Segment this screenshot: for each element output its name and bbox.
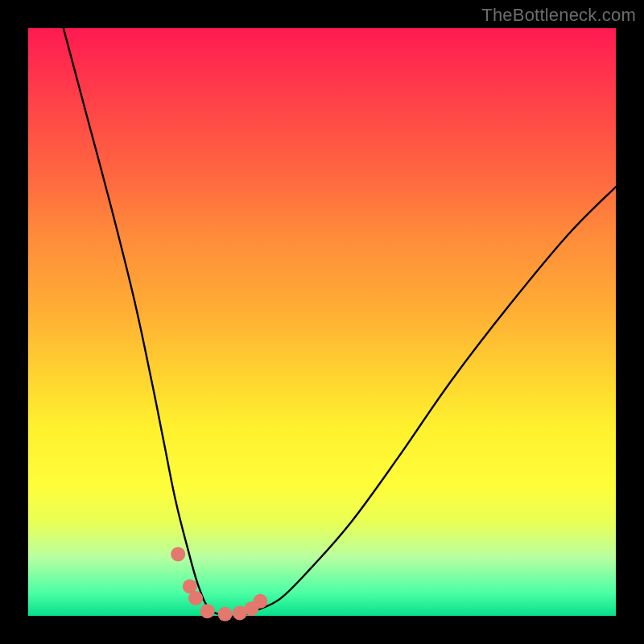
chart-frame: TheBottleneck.com bbox=[0, 0, 644, 644]
curve-layer bbox=[28, 28, 616, 616]
curve-marker bbox=[253, 594, 267, 609]
plot-area bbox=[28, 28, 616, 616]
curve-marker bbox=[188, 591, 203, 605]
curve-marker bbox=[200, 604, 215, 618]
curve-marker bbox=[171, 547, 185, 561]
curve-marker bbox=[218, 607, 233, 621]
watermark-text: TheBottleneck.com bbox=[481, 5, 636, 26]
marker-group bbox=[171, 547, 267, 621]
bottleneck-curve bbox=[64, 28, 616, 617]
